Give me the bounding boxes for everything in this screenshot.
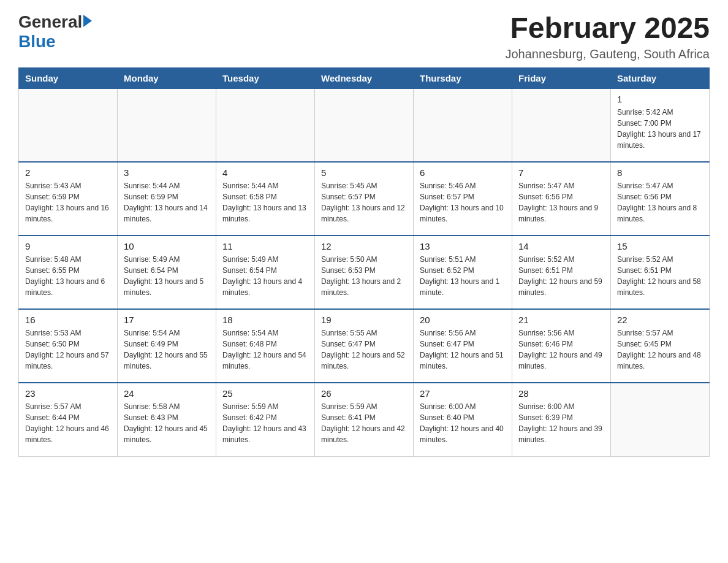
calendar-cell: 4Sunrise: 5:44 AM Sunset: 6:58 PM Daylig… xyxy=(216,162,315,236)
day-info: Sunrise: 5:59 AM Sunset: 6:41 PM Dayligh… xyxy=(321,401,407,445)
calendar-cell: 8Sunrise: 5:47 AM Sunset: 6:56 PM Daylig… xyxy=(611,162,710,236)
day-info: Sunrise: 5:56 AM Sunset: 6:47 PM Dayligh… xyxy=(420,327,506,372)
day-info: Sunrise: 5:53 AM Sunset: 6:50 PM Dayligh… xyxy=(25,327,111,372)
calendar-cell: 7Sunrise: 5:47 AM Sunset: 6:56 PM Daylig… xyxy=(512,162,611,236)
calendar-cell xyxy=(414,88,512,162)
day-number: 20 xyxy=(420,315,506,325)
day-number: 26 xyxy=(321,388,407,399)
day-number: 10 xyxy=(124,241,210,251)
calendar-header-monday: Monday xyxy=(118,67,216,88)
calendar-header-wednesday: Wednesday xyxy=(315,67,414,88)
day-info: Sunrise: 5:58 AM Sunset: 6:43 PM Dayligh… xyxy=(124,401,210,445)
calendar-cell: 21Sunrise: 5:56 AM Sunset: 6:46 PM Dayli… xyxy=(512,309,611,383)
calendar-cell: 14Sunrise: 5:52 AM Sunset: 6:51 PM Dayli… xyxy=(512,236,611,309)
day-number: 4 xyxy=(222,167,308,178)
day-number: 6 xyxy=(420,167,506,178)
calendar-cell: 18Sunrise: 5:54 AM Sunset: 6:48 PM Dayli… xyxy=(216,309,315,383)
day-info: Sunrise: 5:57 AM Sunset: 6:45 PM Dayligh… xyxy=(617,327,703,372)
day-number: 25 xyxy=(222,388,308,399)
day-number: 18 xyxy=(222,315,308,325)
calendar-header-sunday: Sunday xyxy=(19,67,118,88)
day-number: 22 xyxy=(617,315,703,325)
day-number: 21 xyxy=(518,315,604,325)
day-info: Sunrise: 6:00 AM Sunset: 6:40 PM Dayligh… xyxy=(420,401,506,445)
logo-general-text: General xyxy=(18,12,82,32)
calendar-cell: 19Sunrise: 5:55 AM Sunset: 6:47 PM Dayli… xyxy=(315,309,414,383)
day-number: 8 xyxy=(617,167,703,178)
calendar-header-thursday: Thursday xyxy=(414,67,512,88)
calendar-header-saturday: Saturday xyxy=(611,67,710,88)
day-info: Sunrise: 5:48 AM Sunset: 6:55 PM Dayligh… xyxy=(25,254,111,298)
day-number: 9 xyxy=(25,241,111,251)
logo-blue-text: Blue xyxy=(18,32,56,52)
day-number: 16 xyxy=(25,315,111,325)
day-info: Sunrise: 5:47 AM Sunset: 6:56 PM Dayligh… xyxy=(617,180,703,224)
day-number: 19 xyxy=(321,315,407,325)
day-info: Sunrise: 5:46 AM Sunset: 6:57 PM Dayligh… xyxy=(420,180,506,224)
calendar-cell: 1Sunrise: 5:42 AM Sunset: 7:00 PM Daylig… xyxy=(611,88,710,162)
day-number: 5 xyxy=(321,167,407,178)
day-info: Sunrise: 5:54 AM Sunset: 6:49 PM Dayligh… xyxy=(124,327,210,372)
calendar-cell: 22Sunrise: 5:57 AM Sunset: 6:45 PM Dayli… xyxy=(611,309,710,383)
calendar-header-friday: Friday xyxy=(512,67,611,88)
calendar-cell xyxy=(315,88,414,162)
day-info: Sunrise: 5:49 AM Sunset: 6:54 PM Dayligh… xyxy=(124,254,210,298)
day-info: Sunrise: 5:43 AM Sunset: 6:59 PM Dayligh… xyxy=(25,180,111,224)
title-section: February 2025 Johannesburg, Gauteng, Sou… xyxy=(505,12,710,61)
calendar-cell: 10Sunrise: 5:49 AM Sunset: 6:54 PM Dayli… xyxy=(118,236,216,309)
day-number: 28 xyxy=(518,388,604,399)
calendar-cell: 6Sunrise: 5:46 AM Sunset: 6:57 PM Daylig… xyxy=(414,162,512,236)
day-number: 17 xyxy=(124,315,210,325)
calendar-cell xyxy=(118,88,216,162)
calendar-cell: 17Sunrise: 5:54 AM Sunset: 6:49 PM Dayli… xyxy=(118,309,216,383)
calendar-cell: 13Sunrise: 5:51 AM Sunset: 6:52 PM Dayli… xyxy=(414,236,512,309)
day-number: 3 xyxy=(124,167,210,178)
calendar-table: SundayMondayTuesdayWednesdayThursdayFrid… xyxy=(18,67,710,457)
calendar-cell: 2Sunrise: 5:43 AM Sunset: 6:59 PM Daylig… xyxy=(19,162,118,236)
calendar-cell: 12Sunrise: 5:50 AM Sunset: 6:53 PM Dayli… xyxy=(315,236,414,309)
day-info: Sunrise: 5:57 AM Sunset: 6:44 PM Dayligh… xyxy=(25,401,111,445)
calendar-cell: 26Sunrise: 5:59 AM Sunset: 6:41 PM Dayli… xyxy=(315,383,414,456)
calendar-cell: 16Sunrise: 5:53 AM Sunset: 6:50 PM Dayli… xyxy=(19,309,118,383)
day-number: 11 xyxy=(222,241,308,251)
day-number: 14 xyxy=(518,241,604,251)
day-number: 24 xyxy=(124,388,210,399)
calendar-cell: 5Sunrise: 5:45 AM Sunset: 6:57 PM Daylig… xyxy=(315,162,414,236)
logo-arrow-icon xyxy=(83,15,92,27)
calendar-cell xyxy=(611,383,710,456)
calendar-cell: 23Sunrise: 5:57 AM Sunset: 6:44 PM Dayli… xyxy=(19,383,118,456)
day-info: Sunrise: 5:52 AM Sunset: 6:51 PM Dayligh… xyxy=(518,254,604,298)
day-info: Sunrise: 5:52 AM Sunset: 6:51 PM Dayligh… xyxy=(617,254,703,298)
calendar-cell xyxy=(216,88,315,162)
day-info: Sunrise: 5:49 AM Sunset: 6:54 PM Dayligh… xyxy=(222,254,308,298)
day-info: Sunrise: 5:47 AM Sunset: 6:56 PM Dayligh… xyxy=(518,180,604,224)
calendar-week-row: 9Sunrise: 5:48 AM Sunset: 6:55 PM Daylig… xyxy=(19,236,710,309)
day-number: 2 xyxy=(25,167,111,178)
calendar-cell: 25Sunrise: 5:59 AM Sunset: 6:42 PM Dayli… xyxy=(216,383,315,456)
day-number: 15 xyxy=(617,241,703,251)
calendar-cell: 27Sunrise: 6:00 AM Sunset: 6:40 PM Dayli… xyxy=(414,383,512,456)
month-title: February 2025 xyxy=(505,12,710,45)
day-number: 1 xyxy=(617,94,703,104)
calendar-cell: 24Sunrise: 5:58 AM Sunset: 6:43 PM Dayli… xyxy=(118,383,216,456)
day-number: 7 xyxy=(518,167,604,178)
calendar-cell xyxy=(19,88,118,162)
calendar-cell: 15Sunrise: 5:52 AM Sunset: 6:51 PM Dayli… xyxy=(611,236,710,309)
calendar-cell: 28Sunrise: 6:00 AM Sunset: 6:39 PM Dayli… xyxy=(512,383,611,456)
calendar-cell: 9Sunrise: 5:48 AM Sunset: 6:55 PM Daylig… xyxy=(19,236,118,309)
day-info: Sunrise: 5:59 AM Sunset: 6:42 PM Dayligh… xyxy=(222,401,308,445)
day-info: Sunrise: 5:44 AM Sunset: 6:59 PM Dayligh… xyxy=(124,180,210,224)
calendar-cell: 11Sunrise: 5:49 AM Sunset: 6:54 PM Dayli… xyxy=(216,236,315,309)
day-info: Sunrise: 6:00 AM Sunset: 6:39 PM Dayligh… xyxy=(518,401,604,445)
calendar-cell xyxy=(512,88,611,162)
location-text: Johannesburg, Gauteng, South Africa xyxy=(505,47,710,61)
day-info: Sunrise: 5:54 AM Sunset: 6:48 PM Dayligh… xyxy=(222,327,308,372)
calendar-week-row: 2Sunrise: 5:43 AM Sunset: 6:59 PM Daylig… xyxy=(19,162,710,236)
calendar-week-row: 23Sunrise: 5:57 AM Sunset: 6:44 PM Dayli… xyxy=(19,383,710,456)
day-number: 23 xyxy=(25,388,111,399)
calendar-cell: 3Sunrise: 5:44 AM Sunset: 6:59 PM Daylig… xyxy=(118,162,216,236)
day-info: Sunrise: 5:51 AM Sunset: 6:52 PM Dayligh… xyxy=(420,254,506,298)
day-info: Sunrise: 5:45 AM Sunset: 6:57 PM Dayligh… xyxy=(321,180,407,224)
calendar-header-row: SundayMondayTuesdayWednesdayThursdayFrid… xyxy=(19,67,710,88)
calendar-header-tuesday: Tuesday xyxy=(216,67,315,88)
